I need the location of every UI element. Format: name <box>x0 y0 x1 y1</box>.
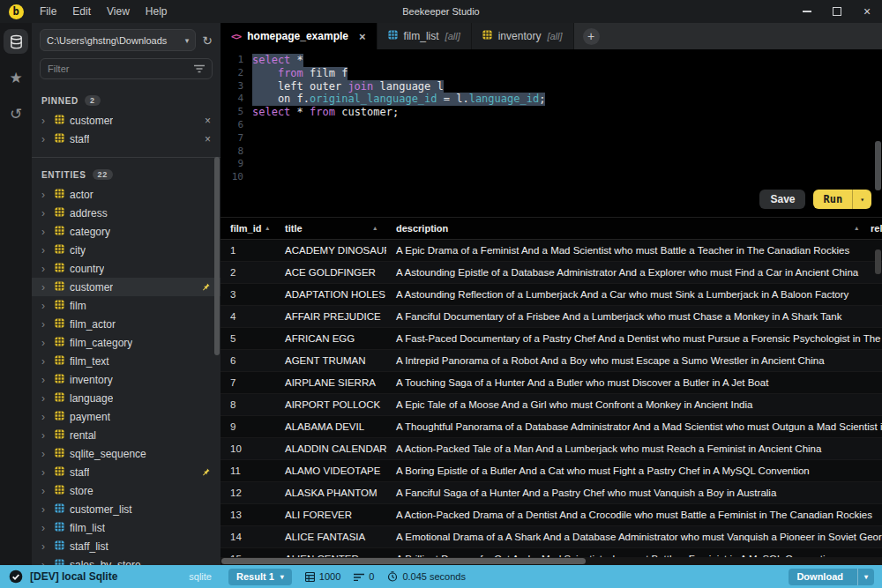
entity-item-store[interactable]: ›store <box>32 481 220 500</box>
unpin-icon[interactable]: × <box>205 115 211 127</box>
run-button[interactable]: Run ▾ <box>813 190 871 209</box>
entity-item-country[interactable]: ›country <box>32 259 220 278</box>
table-row[interactable]: 5AFRICAN EGGA Fast-Paced Documentary of … <box>220 328 882 350</box>
column-header-description[interactable]: description▴ <box>386 223 868 234</box>
entity-item-actor[interactable]: ›actor <box>32 185 220 204</box>
sort-icon: ▴ <box>373 225 377 232</box>
table-icon <box>55 281 64 294</box>
cell-description: A Epic Drama of a Feminist And a Mad Sci… <box>386 245 882 256</box>
history-icon[interactable]: ↺ <box>4 101 28 126</box>
table-row[interactable]: 10ALADDIN CALENDARA Action-Packed Tale o… <box>220 438 882 460</box>
chevron-right-icon: › <box>41 448 49 460</box>
sql-editor[interactable]: 1select *2 from film f3 left outer join … <box>220 49 882 217</box>
table-row[interactable]: 9ALABAMA DEVILA Thoughtful Panorama of a… <box>220 416 882 438</box>
table-row[interactable]: 7AIRPLANE SIERRAA Touching Saga of a Hun… <box>220 372 882 394</box>
cell-film-id: 2 <box>220 267 275 278</box>
pin-icon[interactable] <box>201 467 211 477</box>
refresh-icon[interactable]: ↻ <box>202 33 213 48</box>
entity-item-inventory[interactable]: ›inventory <box>32 370 220 389</box>
connection-status[interactable]: [DEV] local Sqlite sqlite <box>0 569 220 584</box>
save-button[interactable]: Save <box>759 190 805 209</box>
tab-homepage_example[interactable]: <>homepage_example× <box>220 23 377 49</box>
tab-inventory[interactable]: inventory[all] <box>472 23 574 49</box>
table-row[interactable]: 11ALAMO VIDEOTAPEA Boring Epistle of a B… <box>220 460 882 482</box>
table-row[interactable]: 3ADAPTATION HOLESA Astounding Reflection… <box>220 284 882 306</box>
pinned-section-header: PINNED 2 <box>32 84 220 111</box>
entities-count-badge: 22 <box>93 169 113 180</box>
entity-item-rental[interactable]: ›rental <box>32 426 220 444</box>
maximize-button[interactable] <box>822 0 852 23</box>
entity-item-address[interactable]: ›address <box>32 204 220 222</box>
download-options-caret[interactable]: ▾ <box>857 569 874 585</box>
table-icon <box>55 355 64 368</box>
table-row[interactable]: 2ACE GOLDFINGERA Astounding Epistle of a… <box>220 262 882 284</box>
filter-input[interactable]: Filter <box>40 58 213 79</box>
entity-item-film_category[interactable]: ›film_category <box>32 333 220 352</box>
close-tab-icon[interactable]: × <box>359 30 366 43</box>
query-icon: <> <box>231 31 241 42</box>
table-row[interactable]: 1ACADEMY DINOSAURA Epic Drama of a Femin… <box>220 240 882 262</box>
column-header-release_year[interactable]: release_year <box>868 223 882 234</box>
entity-item-film_list[interactable]: ›film_list <box>32 518 220 537</box>
tab-film_list[interactable]: film_list[all] <box>377 23 472 49</box>
menu-file[interactable]: File <box>32 0 64 23</box>
cell-description: A Intrepid Panorama of a Robot And a Boy… <box>386 355 882 366</box>
close-button[interactable]: × <box>852 0 882 23</box>
cell-title: AGENT TRUMAN <box>275 355 386 366</box>
column-header-film_id[interactable]: film_id▴ <box>220 223 275 234</box>
result-selector[interactable]: Result 1 ▾ <box>228 569 292 585</box>
entity-item-staff_list[interactable]: ›staff_list <box>32 537 220 555</box>
column-header-title[interactable]: title▴ <box>275 223 386 234</box>
table-row[interactable]: 8AIRPORT POLLOCKA Epic Tale of a Moose A… <box>220 394 882 416</box>
chevron-right-icon: › <box>41 485 49 497</box>
editor-scrollbar[interactable] <box>875 141 881 190</box>
horizontal-scrollbar[interactable] <box>220 557 882 565</box>
cell-description: A Thoughtful Panorama of a Database Admi… <box>386 421 882 432</box>
favorites-icon[interactable]: ★ <box>4 65 28 90</box>
table-row[interactable]: 14ALICE FANTASIAA Emotional Drama of a A… <box>220 526 882 548</box>
database-panel-icon[interactable] <box>4 29 28 54</box>
entity-item-sqlite_sequence[interactable]: ›sqlite_sequence <box>32 444 220 463</box>
menu-edit[interactable]: Edit <box>64 0 99 23</box>
menubar: FileEditViewHelp <box>32 0 176 23</box>
chevron-right-icon: › <box>41 226 49 238</box>
entity-item-label: staff <box>70 466 89 479</box>
unpin-icon[interactable]: × <box>205 133 211 145</box>
cell-film-id: 14 <box>220 532 275 542</box>
entity-item-staff[interactable]: ›staff <box>32 463 220 481</box>
entity-item-language[interactable]: ›language <box>32 389 220 407</box>
entity-item-category[interactable]: ›category <box>32 222 220 241</box>
chevron-right-icon: › <box>41 207 49 220</box>
statusbar: [DEV] local Sqlite sqlite Result 1 ▾ 100… <box>0 565 882 588</box>
entity-item-payment[interactable]: ›payment <box>32 407 220 426</box>
vertical-scrollbar-thumb[interactable] <box>875 249 881 274</box>
table-row[interactable]: 4AFFAIR PREJUDICEA Fanciful Documentary … <box>220 306 882 328</box>
sidebar-scrollbar[interactable] <box>214 157 220 355</box>
entity-item-customer[interactable]: ›customer <box>32 278 220 296</box>
horizontal-scrollbar-thumb[interactable] <box>221 558 586 564</box>
table-row[interactable]: 13ALI FOREVERA Action-Packed Drama of a … <box>220 504 882 526</box>
entity-item-film[interactable]: ›film <box>32 296 220 315</box>
connection-dropdown[interactable]: C:\Users\ghstng\Downloads ▾ <box>40 29 196 51</box>
entity-item-customer_list[interactable]: ›customer_list <box>32 500 220 518</box>
minimize-button[interactable] <box>792 0 822 23</box>
run-label: Run <box>813 193 852 205</box>
table-row[interactable]: 6AGENT TRUMANA Intrepid Panorama of a Ro… <box>220 350 882 372</box>
pinned-item-customer[interactable]: ›customer× <box>32 111 220 130</box>
elapsed-time: 0.045 seconds <box>402 571 466 582</box>
table-row[interactable]: 12ALASKA PHANTOMA Fanciful Saga of a Hun… <box>220 482 882 504</box>
entity-item-label: category <box>70 226 110 238</box>
menu-view[interactable]: View <box>99 0 138 23</box>
entity-item-sales_by_store[interactable]: ›sales_by_store <box>32 555 220 565</box>
download-button[interactable]: Download ▾ <box>789 569 874 585</box>
entity-item-film_actor[interactable]: ›film_actor <box>32 315 220 333</box>
pin-icon[interactable] <box>201 282 211 292</box>
chevron-right-icon: › <box>41 392 49 405</box>
menu-help[interactable]: Help <box>138 0 176 23</box>
rows-icon <box>305 572 315 582</box>
new-tab-button[interactable]: + <box>583 28 600 45</box>
entity-item-city[interactable]: ›city <box>32 241 220 259</box>
entity-item-film_text[interactable]: ›film_text <box>32 352 220 370</box>
pinned-item-staff[interactable]: ›staff× <box>32 130 220 148</box>
run-options-caret[interactable]: ▾ <box>852 190 871 209</box>
